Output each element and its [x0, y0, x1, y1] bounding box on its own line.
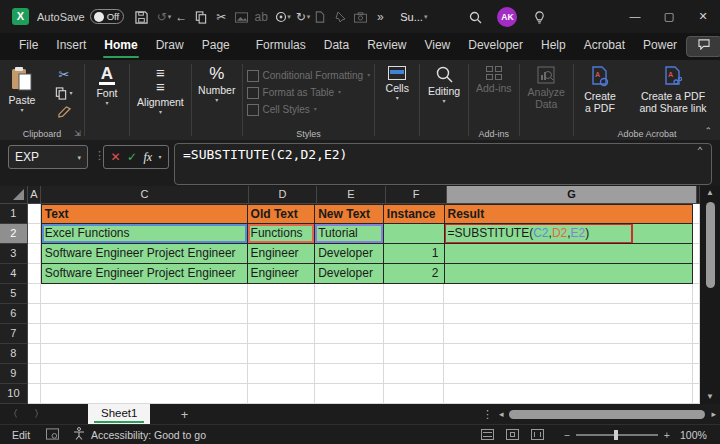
font-menu-button[interactable]: A Font ▾ — [85, 60, 129, 122]
empty-cell[interactable] — [248, 284, 316, 304]
tab-formulas[interactable]: Formulas — [247, 33, 315, 60]
page-break-view-icon[interactable] — [531, 429, 544, 440]
back-arrow-icon[interactable]: ← — [171, 10, 191, 24]
row-header-9[interactable]: 9 — [0, 364, 28, 384]
maximize-button[interactable]: ▢ — [652, 0, 686, 33]
cell-f2[interactable] — [384, 224, 445, 244]
empty-cell[interactable] — [384, 364, 445, 384]
tab-view[interactable]: View — [415, 33, 459, 60]
empty-cell[interactable] — [444, 324, 693, 344]
empty-cell[interactable] — [28, 364, 41, 384]
empty-cell[interactable] — [28, 324, 41, 344]
alignment-menu-button[interactable]: ≡≡ Alignment ▾ — [130, 60, 191, 122]
empty-cell[interactable] — [315, 324, 384, 344]
tab-acrobat[interactable]: Acrobat — [575, 33, 634, 60]
empty-cell[interactable] — [41, 384, 248, 404]
collapse-ribbon-icon[interactable]: ⌃ — [704, 126, 712, 136]
scroll-right-icon[interactable]: ▸ — [711, 409, 716, 419]
scroll-down-icon[interactable]: ▼ — [706, 390, 714, 404]
autosave-control[interactable]: AutoSave Off — [37, 9, 124, 24]
macro-record-icon[interactable] — [46, 428, 59, 442]
row-header-10[interactable]: 10 — [0, 384, 28, 404]
tab-help[interactable]: Help — [532, 33, 575, 60]
number-menu-button[interactable]: % Number ▾ — [192, 60, 242, 122]
row-header-4[interactable]: 4 — [0, 264, 28, 284]
cell-f1[interactable]: Instance — [384, 204, 445, 224]
empty-cell[interactable] — [384, 304, 445, 324]
vertical-scrollbar-thumb[interactable] — [706, 202, 715, 288]
search-icon[interactable] — [465, 9, 485, 23]
zoom-level[interactable]: 100% — [680, 429, 720, 441]
excel-logo-icon[interactable]: X — [12, 8, 29, 25]
cell-g4[interactable] — [445, 264, 694, 284]
zoom-slider[interactable] — [576, 434, 658, 436]
accessibility-icon[interactable] — [73, 427, 85, 442]
empty-cell[interactable] — [444, 304, 693, 324]
tab-power-pivot[interactable]: Power Pivot — [634, 33, 686, 60]
copy-button[interactable]: ▾ — [44, 86, 84, 100]
create-pdf-share-button[interactable]: A Create a PDFand Share link — [626, 60, 720, 122]
autosave-toggle[interactable]: Off — [90, 9, 124, 24]
empty-cell[interactable] — [384, 324, 445, 344]
formula-input[interactable]: =SUBSTITUTE(C2,D2,E2) ⌃ — [174, 143, 712, 185]
comments-button[interactable] — [686, 36, 720, 57]
cell-c3[interactable]: Software Engineer Project Engineer — [41, 244, 248, 264]
row-header-3[interactable]: 3 — [0, 244, 28, 264]
enter-icon[interactable]: ✓ — [127, 150, 137, 164]
copy-icon[interactable] — [191, 9, 211, 23]
column-header-g[interactable]: G — [447, 186, 697, 204]
cell-a3[interactable] — [28, 244, 41, 264]
cell-g1[interactable]: Result — [445, 204, 694, 224]
cell-d2[interactable]: Functions — [248, 224, 316, 244]
close-button[interactable]: ✕ — [686, 0, 720, 33]
empty-cell[interactable] — [444, 344, 693, 364]
row-header-1[interactable]: 1 — [0, 204, 28, 224]
cell-g2[interactable]: =SUBSTITUTE(C2,D2,E2) — [445, 224, 693, 244]
cells-dropdown-icon[interactable]: ▾ — [396, 96, 399, 101]
empty-cell[interactable] — [248, 304, 316, 324]
empty-cell[interactable] — [384, 344, 445, 364]
name-box[interactable]: EXP ▾ — [8, 145, 88, 169]
tab-developer[interactable]: Developer — [459, 33, 532, 60]
user-avatar[interactable]: AK — [497, 7, 517, 27]
scroll-up-icon[interactable]: ▲ — [706, 186, 714, 200]
zoom-out-button[interactable]: − — [564, 429, 570, 441]
tab-page-layout[interactable]: Page Layout — [193, 33, 247, 60]
empty-cell[interactable] — [444, 384, 693, 404]
minimize-button[interactable]: — — [618, 0, 652, 33]
cell-f4[interactable]: 2 — [384, 264, 445, 284]
row-header-7[interactable]: 7 — [0, 324, 28, 344]
horizontal-scrollbar[interactable]: ⋮ ◂ ▸ — [482, 408, 720, 421]
editing-dropdown-icon[interactable]: ▾ — [443, 99, 446, 104]
empty-cell[interactable] — [384, 384, 445, 404]
empty-cell[interactable] — [41, 304, 248, 324]
zoom-in-button[interactable]: + — [664, 429, 670, 441]
page-layout-view-icon[interactable] — [506, 429, 519, 440]
next-sheet-icon[interactable]: 〉 — [26, 407, 52, 421]
active-formula-cell[interactable]: =SUBSTITUTE(C2,D2,E2) — [445, 224, 633, 244]
vertical-scrollbar[interactable]: ▲ ▼ — [700, 186, 720, 404]
row-header-5[interactable]: 5 — [0, 284, 28, 304]
cell-d3[interactable]: Engineer — [248, 244, 316, 264]
cells-menu-button[interactable]: Cells ▾ — [375, 60, 419, 122]
cell-a2[interactable] — [28, 224, 41, 244]
tab-insert[interactable]: Insert — [47, 33, 95, 60]
empty-cell[interactable] — [28, 344, 41, 364]
cell-d4[interactable]: Engineer — [248, 264, 316, 284]
copy-dropdown-icon[interactable]: ▾ — [69, 91, 72, 96]
empty-cell[interactable] — [28, 284, 41, 304]
create-pdf-button[interactable]: A Createa PDF — [574, 60, 626, 122]
cell-c2[interactable]: Excel Functions — [41, 224, 248, 244]
paste-button[interactable]: Paste ▾ — [0, 60, 44, 122]
add-sheet-button[interactable]: + — [164, 407, 204, 422]
empty-cell[interactable] — [248, 364, 316, 384]
cancel-icon[interactable]: ✕ — [110, 150, 120, 164]
tab-draw[interactable]: Draw — [147, 33, 193, 60]
empty-cell[interactable] — [315, 304, 384, 324]
empty-cell[interactable] — [248, 324, 316, 344]
number-dropdown-icon[interactable]: ▾ — [215, 98, 218, 103]
fx-dropdown-icon[interactable]: ▾ — [159, 155, 162, 160]
horizontal-scrollbar-thumb[interactable] — [509, 410, 705, 419]
column-header-f[interactable]: F — [386, 186, 447, 204]
scrollbar-menu-icon[interactable]: ⋮ — [482, 408, 493, 421]
